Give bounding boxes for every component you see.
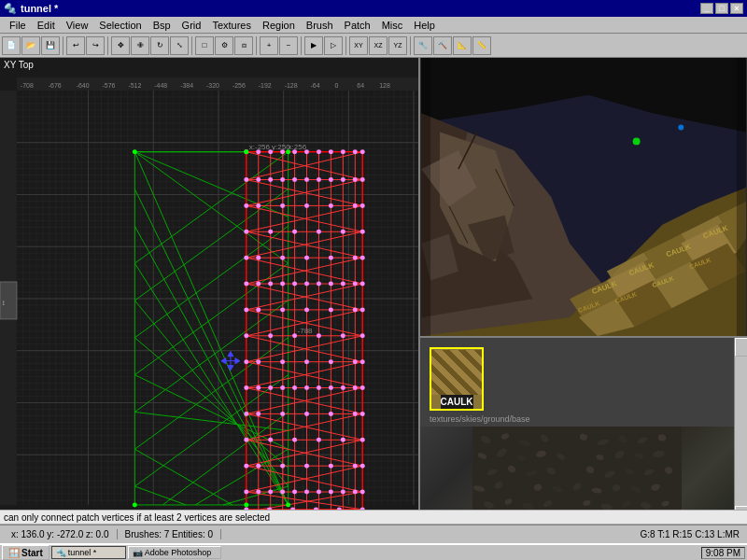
tb-extra3[interactable]: YZ [388,36,407,55]
svg-point-279 [341,230,345,234]
tb-extra7[interactable]: 📏 [472,36,491,55]
menu-brush[interactable]: Brush [301,19,339,32]
svg-point-286 [353,256,358,260]
tb-rotate[interactable]: ↻ [150,36,169,55]
svg-point-277 [292,230,297,234]
svg-text:-512: -512 [128,82,141,89]
coords-display: x: 136.0 y: -272.0 z: 0.0 [4,529,118,539]
svg-point-321 [268,385,273,390]
svg-point-265 [341,177,345,182]
svg-point-345 [280,464,285,469]
maximize-button[interactable]: □ [715,3,728,14]
taskbar-photoshop[interactable]: 📷 Adobe Photoshop [128,546,221,559]
svg-point-339 [292,438,297,442]
svg-text:-640: -640 [77,82,90,89]
svg-point-309 [317,333,321,338]
2d-view[interactable]: XY Top -708 -676 -640 -576 -512 -448 -38… [0,58,420,525]
svg-point-254 [341,149,345,154]
3d-scene: CAULK CAULK CAULK CAULK CAULK CAULK CAUL… [420,58,747,336]
svg-point-297 [353,282,358,287]
tb-sep3 [191,36,192,55]
svg-point-294 [317,282,321,287]
tb-extra2[interactable]: XZ [369,36,388,55]
tb-move[interactable]: ✙ [131,36,149,55]
tb-select[interactable]: ✥ [111,36,130,55]
tb-save[interactable]: 💾 [41,36,60,55]
minimize-button[interactable]: _ [700,3,713,14]
svg-text:x:256: x:256 [289,143,307,151]
svg-point-334 [329,412,333,416]
menu-view[interactable]: View [61,19,94,32]
svg-point-261 [292,177,297,182]
svg-point-283 [280,256,285,260]
menu-file[interactable]: File [4,19,32,32]
svg-point-312 [244,359,248,364]
menu-patch[interactable]: Patch [339,19,376,32]
tb-brush[interactable]: □ [195,36,214,55]
tb-redo[interactable]: ↪ [86,36,105,55]
tb-extra1[interactable]: XY [349,36,368,55]
svg-point-331 [256,412,261,416]
tb-patch[interactable]: ⧈ [234,36,253,55]
menu-grid[interactable]: Grid [176,19,207,32]
tb-extra6[interactable]: 📐 [453,36,472,55]
svg-point-271 [304,203,309,208]
tb-compile[interactable]: ▶ [304,36,323,55]
title-bar: 🔩 tunnel * _ □ × [0,0,747,17]
svg-point-418 [633,137,641,145]
svg-point-310 [341,333,345,338]
svg-point-302 [304,307,309,312]
svg-point-303 [329,307,333,312]
tb-extra4[interactable]: 🔧 [414,36,432,55]
tb-zoom-in[interactable]: + [260,36,278,55]
svg-point-356 [317,490,321,495]
menu-help[interactable]: Help [408,19,441,32]
svg-point-293 [304,282,309,287]
tb-entity[interactable]: ⚙ [215,36,233,55]
menu-bsp[interactable]: Bsp [148,19,176,32]
svg-point-342 [360,438,365,442]
svg-point-305 [360,307,365,312]
message-bar: can only connect patch vertices if at le… [0,510,747,525]
svg-text:-384: -384 [180,82,193,89]
tb-zoom-out[interactable]: − [279,36,298,55]
svg-point-332 [280,412,285,416]
title-icon: 🔩 [4,3,17,15]
taskbar-photoshop-label: Adobe Photoshop [145,548,212,557]
menu-edit[interactable]: Edit [32,19,61,32]
svg-point-263 [317,177,321,182]
tb-scale[interactable]: ⤡ [170,36,189,55]
taskbar: 🪟 Start 🔩 tunnel * 📷 Adobe Photoshop 9:0… [0,543,747,560]
svg-point-308 [292,333,297,338]
svg-point-318 [360,359,365,364]
svg-point-301 [280,307,285,312]
menu-misc[interactable]: Misc [376,19,409,32]
svg-point-252 [317,149,321,154]
taskbar-tunnel[interactable]: 🔩 tunnel * [51,546,126,559]
svg-point-253 [329,149,333,154]
tb-sep2 [107,36,108,55]
svg-point-329 [360,385,365,390]
svg-point-323 [292,385,297,390]
svg-point-296 [341,282,345,287]
tb-open[interactable]: 📂 [21,36,40,55]
texture-scrollbar[interactable] [734,338,747,525]
svg-point-260 [280,177,285,182]
menu-textures[interactable]: Textures [206,19,257,32]
tb-undo[interactable]: ↩ [66,36,85,55]
status-bar: x: 136.0 y: -272.0 z: 0.0 Brushes: 7 Ent… [0,525,747,543]
close-button[interactable]: × [730,3,743,14]
tb-sep6 [345,36,346,55]
grid-svg[interactable]: -708 -676 -640 -576 -512 -448 -384 -320 … [0,58,418,525]
tb-run[interactable]: ▷ [324,36,343,55]
right-panel: CAULK CAULK CAULK CAULK CAULK CAULK CAUL… [420,58,747,525]
tb-extra5[interactable]: 🔨 [433,36,452,55]
tb-new[interactable]: 📄 [2,36,21,55]
svg-point-354 [292,490,297,495]
start-button[interactable]: 🪟 Start [2,545,49,560]
3d-view[interactable]: CAULK CAULK CAULK CAULK CAULK CAULK CAUL… [420,58,747,338]
caulk-texture-thumbnail[interactable]: CAULK [430,347,484,411]
menu-region[interactable]: Region [257,19,301,32]
menu-selection[interactable]: Selection [93,19,147,32]
svg-point-360 [360,490,365,495]
